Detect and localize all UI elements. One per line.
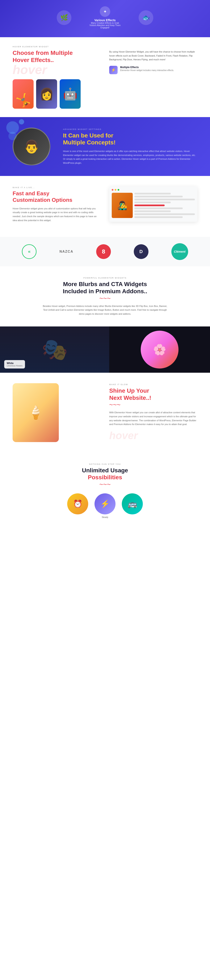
- hover-section: HOVER ELEMENTOR WIDGET Choose from Multi…: [0, 37, 210, 117]
- fast-left: MAKE IT A LIVE... Fast and Easy Customiz…: [13, 186, 101, 226]
- bottom-icon-item-bus: 🚌: [122, 493, 143, 519]
- flowers-circle: 🌸: [141, 331, 178, 369]
- icon-bus: 🚌: [122, 493, 143, 514]
- glow-section: 🍦 MAKE IT GLOW Shine Up Your Next Websit…: [0, 373, 210, 453]
- dot-red: [112, 189, 114, 191]
- glow-watermark: hover: [109, 430, 197, 442]
- editor-header: [112, 189, 195, 191]
- fast-title: Fast and Easy Customization Options: [13, 190, 101, 203]
- hover-watermark: hover: [13, 64, 101, 76]
- hover-desc: By using Hover Elementor Widget, you wil…: [109, 50, 197, 62]
- glow-left: 🍦: [13, 383, 101, 442]
- editor-content: 👨‍🎤: [112, 193, 195, 219]
- effects-desc: Many Creative Effects to Grab Visitors A…: [88, 22, 122, 29]
- advanced-tag: ADVANCED WIDGET SETTINGS: [63, 128, 197, 130]
- hover-img-blue: 🤖: [60, 79, 81, 109]
- effects-box-title: Multiple Effects: [120, 66, 174, 69]
- top-right-icon: 🐟: [139, 10, 153, 25]
- blurbs-desc: Besides Hover widget, Premium Addons inc…: [42, 304, 168, 316]
- blue-right: ADVANCED WIDGET SETTINGS It Can be Used …: [63, 128, 197, 165]
- hover-images: 🤸 👩 🤖: [13, 79, 101, 109]
- bottom-icon-item-clock: ⏰: [67, 493, 88, 519]
- wave-divider: 〜〜〜: [13, 296, 197, 301]
- hover-right: By using Hover Elementor Widget, you wil…: [109, 46, 197, 76]
- unlimited-tag: NOTHING CAN STOP YOU: [13, 463, 197, 465]
- fast-section: MAKE IT A LIVE... Fast and Easy Customiz…: [0, 176, 210, 237]
- icon-steady: ⚡: [95, 493, 115, 514]
- editor-preview: 👨‍🎤: [112, 193, 133, 218]
- logo-circle-dark: D: [134, 244, 148, 259]
- unlimited-section: NOTHING CAN STOP YOU Unlimited Usage Pos…: [0, 453, 210, 529]
- unlimited-title: Unlimited Usage Possibilities: [13, 467, 197, 481]
- bottom-icon-item-steady: ⚡ Steady: [95, 493, 115, 519]
- editor-panel: [134, 193, 195, 219]
- editor-line: [134, 213, 195, 215]
- effects-icon: ✦: [100, 6, 110, 17]
- bottom-icons: ⏰ ⚡ Steady 🚌: [13, 493, 197, 519]
- logos-section: « NAZCA 8 D Clément: [0, 237, 210, 266]
- logo-circle-teal: Clément: [171, 243, 188, 260]
- blue-circle-3: [19, 119, 24, 124]
- editor-mockup: 👨‍🎤: [109, 186, 197, 222]
- dark-section: 🎭 White Limonious Flowers 🌸: [0, 326, 210, 373]
- editor-line: [134, 196, 183, 197]
- hover-img-athlete: 🤸: [13, 79, 33, 109]
- hover-tag: HOVER ELEMENTOR WIDGET: [13, 46, 101, 48]
- logo-circle-green: «: [22, 244, 36, 259]
- effects-text: Multiple Effects Elementor Hover widget …: [120, 66, 174, 76]
- blue-section: 👨 ADVANCED WIDGET SETTINGS It Can be Use…: [0, 117, 210, 176]
- blurbs-tag: POWERFUL ELEMENTOR WIDGETS: [13, 277, 197, 279]
- icon-clock: ⏰: [67, 493, 88, 514]
- effects-box-desc: Elementor Hover widget includes many int…: [120, 69, 174, 72]
- editor-line: [134, 207, 183, 209]
- editor-line: [134, 199, 195, 200]
- logo-circle-red: 8: [96, 244, 111, 259]
- logo-item-2: NAZCA: [59, 250, 73, 253]
- blue-title: It Can be Used for Multiple Concepts!: [63, 132, 197, 146]
- effects-title: Various Effects: [88, 19, 122, 22]
- blue-left: 👨: [13, 127, 55, 165]
- multiple-effects-box: ⚡ Multiple Effects Elementor Hover widge…: [109, 66, 197, 76]
- white-badge: White Limonious Flowers: [4, 360, 25, 369]
- glow-right: MAKE IT GLOW Shine Up Your Next Website.…: [109, 383, 197, 442]
- glow-tag: MAKE IT GLOW: [109, 383, 197, 385]
- effects-icon-box: ⚡: [109, 66, 118, 74]
- blue-desc: Hover is one of the most used Elementor …: [63, 149, 197, 165]
- editor-line: [134, 193, 171, 194]
- blurbs-section: POWERFUL ELEMENTOR WIDGETS More Blurbs a…: [0, 266, 210, 326]
- glow-wave: 〜〜〜: [109, 402, 197, 407]
- logo-item-4: D: [134, 244, 148, 259]
- blue-circle-2: [8, 132, 17, 140]
- portrait-circle: 👨: [13, 127, 51, 165]
- dark-right: 🌸: [109, 326, 210, 373]
- dot-green: [118, 189, 119, 191]
- hover-left: HOVER ELEMENTOR WIDGET Choose from Multi…: [13, 46, 101, 109]
- blurbs-title: More Blurbs and CTA Widgets Included in …: [13, 281, 197, 295]
- editor-line: [134, 216, 183, 218]
- fast-right: 👨‍🎤: [109, 186, 197, 222]
- badge-subtitle: Limonious Flowers: [7, 365, 22, 367]
- top-section: 🌿 ✦ Various Effects Many Creative Effect…: [0, 0, 210, 37]
- unlimited-wave: 〜〜〜: [13, 482, 197, 487]
- fast-tag: MAKE IT A LIVE...: [13, 186, 101, 189]
- logo-nazca: NAZCA: [59, 250, 73, 253]
- icecream-img: 🍦: [13, 383, 59, 442]
- logo-item-5: Clément: [171, 243, 188, 260]
- badge-title: White: [7, 362, 22, 365]
- logo-item-1: «: [22, 244, 36, 259]
- top-left-icon: 🌿: [57, 10, 71, 25]
- hover-title: Choose from Multiple Hover Effects..: [13, 49, 101, 64]
- dark-left: 🎭 White Limonious Flowers: [0, 326, 109, 373]
- steady-label: Steady: [102, 516, 108, 519]
- editor-line-accent: [134, 205, 165, 206]
- glow-desc: With Elementor Hover widget you can crea…: [109, 410, 197, 426]
- logo-item-3: 8: [96, 244, 111, 259]
- hover-img-face: 👩: [36, 79, 57, 109]
- editor-line: [134, 202, 171, 203]
- glow-title: Shine Up Your Next Website..!: [109, 387, 197, 401]
- top-center: ✦ Various Effects Many Creative Effects …: [88, 6, 122, 29]
- fast-desc: Hover Elementor widget gives you allot o…: [13, 207, 101, 223]
- editor-line: [134, 210, 171, 212]
- dot-yellow: [115, 189, 116, 191]
